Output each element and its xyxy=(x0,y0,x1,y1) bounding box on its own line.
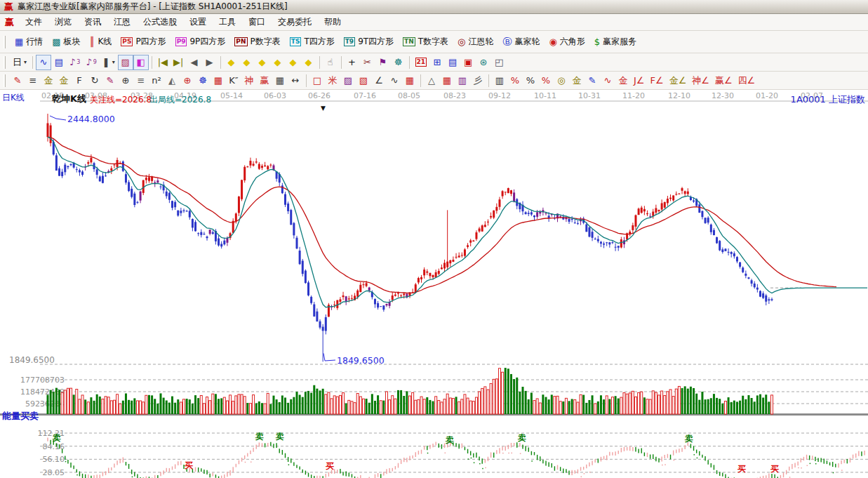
chart-9-panes[interactable]: ♪9 xyxy=(83,55,99,70)
h-segments-tool[interactable]: ≡ xyxy=(25,73,41,88)
gold-angle-red-tool[interactable]: 金 xyxy=(615,73,631,88)
price-steps-tool[interactable]: ≡ xyxy=(133,73,149,88)
shift-left-diamond[interactable]: ◆ xyxy=(224,55,239,70)
save-tool[interactable]: ▣ xyxy=(460,55,476,70)
ray-fan-tool[interactable]: 米 xyxy=(325,73,340,88)
menu-item-7[interactable]: 窗口 xyxy=(242,14,272,30)
percent-pencil-tool[interactable]: ✎ xyxy=(102,73,118,88)
sectors-button[interactable]: ▩板块 xyxy=(48,34,84,50)
expand-all-diamond[interactable]: ◆ xyxy=(286,55,301,70)
percent-tool[interactable]: % xyxy=(523,73,538,88)
si-angle-tool[interactable]: 四∠ xyxy=(735,73,759,88)
first-page-button[interactable]: |◀ xyxy=(155,55,171,70)
price-note-tool[interactable]: ✎ xyxy=(585,73,600,88)
qiankun-kline-toggle[interactable]: ∿ xyxy=(36,55,51,70)
kline-chart-canvas[interactable]: 02-1803-0803-2804-1905-1406-0306-2607-16… xyxy=(0,90,868,478)
pattern-overlay-toggle[interactable]: ▨ xyxy=(118,55,133,70)
square-of-nine-tool[interactable]: n² xyxy=(149,73,164,88)
period-day-dropdown[interactable]: 日▾ xyxy=(10,55,29,70)
percent-levels-tool[interactable]: % xyxy=(538,73,554,88)
peak-valley-tool[interactable]: ∿ xyxy=(600,73,615,88)
menu-item-6[interactable]: 工具 xyxy=(213,14,242,30)
gold-circle-tool[interactable]: ◎ xyxy=(554,73,569,88)
angle-lines-tool[interactable]: ∠ xyxy=(371,73,387,88)
p-square-button[interactable]: PSP四方形 xyxy=(116,34,170,50)
last-page-button[interactable]: ▶| xyxy=(171,55,186,70)
rect-tool[interactable]: □ xyxy=(309,73,325,88)
info-panel-toggle[interactable]: ▤ xyxy=(51,55,67,70)
time-span-tool[interactable]: ↔ xyxy=(288,73,303,88)
next-page-button[interactable]: ▶ xyxy=(202,55,218,70)
parallel-rays-tool[interactable]: 彡 xyxy=(470,73,486,88)
compress-all-diamond[interactable]: ◆ xyxy=(301,55,316,70)
nine-t-square-button[interactable]: T99T四方形 xyxy=(340,34,398,50)
scroll-position-marker-icon[interactable]: ▼ xyxy=(321,105,326,112)
square-grid-tool[interactable]: ▦ xyxy=(402,73,418,88)
j-angle-tool[interactable]: J∠ xyxy=(631,73,648,88)
toolbar-grip[interactable] xyxy=(4,74,6,87)
expand-horizontal-diamond[interactable]: ◆ xyxy=(255,55,270,70)
trend-pencil-tool[interactable]: ✎ xyxy=(10,73,25,88)
gold-angle-tool[interactable]: 金∠ xyxy=(667,73,690,88)
t-square-button[interactable]: TST四方形 xyxy=(286,34,339,50)
menu-item-3[interactable]: 江恩 xyxy=(107,14,137,30)
spider-web-tool[interactable]: ☸ xyxy=(195,73,211,88)
f-angle-tool[interactable]: F∠ xyxy=(648,73,667,88)
mark-tool[interactable]: ⚑ xyxy=(375,55,391,70)
winner-wheel-button[interactable]: Ⓑ赢家轮 xyxy=(498,34,544,50)
nine-p-square-button[interactable]: P99P四方形 xyxy=(171,34,230,50)
gann-box-tool[interactable]: ▧ xyxy=(356,73,371,88)
menu-item-0[interactable]: 文件 xyxy=(19,14,48,30)
stat-percent-tool[interactable]: ▥ xyxy=(492,73,507,88)
gold-levels-tool[interactable]: 金 xyxy=(569,73,585,88)
prev-page-button[interactable]: ◀ xyxy=(187,55,202,70)
candle-style-dropdown[interactable]: ❚▾ xyxy=(100,55,118,70)
kline-button[interactable]: ║K线 xyxy=(86,34,116,50)
mirror-angle-tool[interactable]: ◭ xyxy=(164,73,180,88)
gann-circle-tool[interactable]: ⊕ xyxy=(118,73,133,88)
price-grid-tool[interactable]: ▦ xyxy=(211,73,226,88)
ying-gann-tool[interactable]: 赢 xyxy=(257,73,272,88)
hexagon-button[interactable]: ◉六角形 xyxy=(545,34,589,50)
menu-item-4[interactable]: 公式选股 xyxy=(137,14,183,30)
k-compare-tool[interactable]: K″ xyxy=(226,73,241,88)
chart-3-panes[interactable]: ♪3 xyxy=(67,55,83,70)
triangle-tool[interactable]: △ xyxy=(424,73,439,88)
menu-item-9[interactable]: 帮助 xyxy=(318,14,347,30)
measure-tool[interactable]: ✂ xyxy=(360,55,375,70)
stats-tool[interactable]: ☸ xyxy=(391,55,406,70)
target-circle-tool[interactable]: ⊕ xyxy=(180,73,195,88)
fan-box-tool[interactable]: ▨ xyxy=(340,73,356,88)
menu-item-2[interactable]: 资讯 xyxy=(78,14,107,30)
gann-wheel-button[interactable]: ◎江恩轮 xyxy=(453,34,498,50)
menu-item-1[interactable]: 浏览 xyxy=(48,14,78,30)
toolbar-grip[interactable] xyxy=(4,56,6,69)
color-histogram-toggle[interactable]: ◧ xyxy=(133,55,149,70)
menu-item-8[interactable]: 交易委托 xyxy=(272,14,318,30)
shen-gann-tool[interactable]: 神 xyxy=(241,73,257,88)
calendar-tool[interactable]: 21 xyxy=(413,55,430,70)
notes-tool[interactable]: ▤ xyxy=(445,55,460,70)
toolbar-grip[interactable] xyxy=(4,36,6,48)
hand-tool[interactable]: ☝ xyxy=(323,55,338,70)
crosshair-tool[interactable]: + xyxy=(345,55,360,70)
cycle-grid-tool[interactable]: ▥ xyxy=(455,73,470,88)
fibonacci-tool[interactable]: F xyxy=(72,73,87,88)
gold-section-tool[interactable]: 金 xyxy=(56,73,72,88)
spiral-tool[interactable]: ↻ xyxy=(87,73,102,88)
percent-retrace-tool[interactable]: % xyxy=(507,73,523,88)
market-quotes-button[interactable]: ▦行情 xyxy=(11,34,47,50)
gold-ratio-tool[interactable]: 金 xyxy=(41,73,56,88)
winner-service-button[interactable]: $赢家服务 xyxy=(590,34,641,50)
shift-right-diamond[interactable]: ◆ xyxy=(239,55,255,70)
t-number-table-button[interactable]: TNT数字表 xyxy=(399,34,453,50)
p-number-table-button[interactable]: PNP数字表 xyxy=(230,34,284,50)
remote-service-tool[interactable]: ◰ xyxy=(491,55,507,70)
shen-angle-tool[interactable]: 神∠ xyxy=(689,73,712,88)
web-info-tool[interactable]: ⊛ xyxy=(476,55,491,70)
calendar-grid-tool[interactable]: ▦ xyxy=(272,73,288,88)
wave-tool[interactable]: ∿ xyxy=(387,73,402,88)
calculator-tool[interactable]: ⊞ xyxy=(429,55,445,70)
compress-horizontal-diamond[interactable]: ◆ xyxy=(270,55,286,70)
time-price-grid-tool[interactable]: ▦ xyxy=(439,73,455,88)
